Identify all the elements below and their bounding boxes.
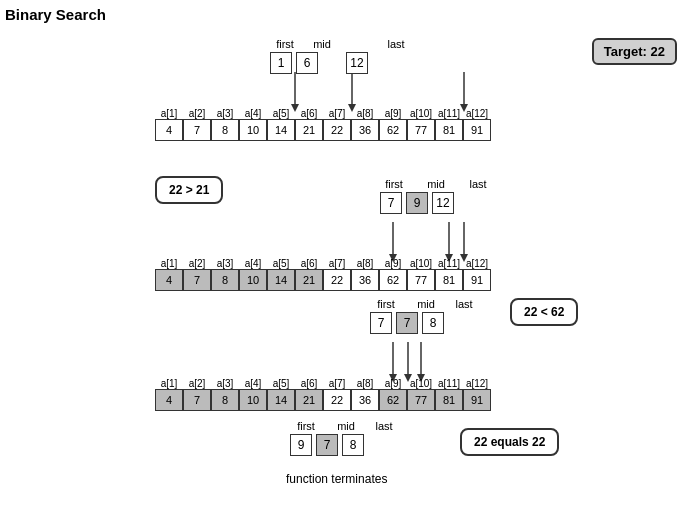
cell-2-4: 10 <box>239 269 267 291</box>
step2-first-label: first <box>380 178 408 190</box>
cell-1-2: 7 <box>183 119 211 141</box>
step1-labels: first mid last <box>270 38 410 50</box>
cell-2-10: 77 <box>407 269 435 291</box>
step4-mid-label: mid <box>332 420 360 432</box>
cell-1-4: 10 <box>239 119 267 141</box>
step3-last-label: last <box>450 298 478 310</box>
cell-3-2: 7 <box>183 389 211 411</box>
step3-last-box: 8 <box>422 312 444 334</box>
cell-2-12: 91 <box>463 269 491 291</box>
cell-1-3: 8 <box>211 119 239 141</box>
cmp-box-1: 22 > 21 <box>155 176 223 204</box>
step2-labels: first mid last <box>380 178 492 190</box>
step1-last-label: last <box>382 38 410 50</box>
cell-2-5: 14 <box>267 269 295 291</box>
cell-2-7: 22 <box>323 269 351 291</box>
array-cells-3: 4 7 8 10 14 21 22 36 62 77 81 91 <box>155 389 491 411</box>
cmp-box-3: 22 equals 22 <box>460 428 559 456</box>
cell-3-9: 62 <box>379 389 407 411</box>
step3-first-label: first <box>370 298 402 310</box>
array-indices-1: a[1] a[2] a[3] a[4] a[5] a[6] a[7] a[8] … <box>155 108 491 119</box>
cell-3-8: 36 <box>351 389 379 411</box>
step4-first-label: first <box>290 420 322 432</box>
array-cells-2: 4 7 8 10 14 21 22 36 62 77 81 91 <box>155 269 491 291</box>
cell-1-11: 81 <box>435 119 463 141</box>
target-box: Target: 22 <box>592 38 677 65</box>
step3-first-box: 7 <box>370 312 392 334</box>
cell-2-2: 7 <box>183 269 211 291</box>
array-indices-3: a[1] a[2] a[3] a[4] a[5] a[6] a[7] a[8] … <box>155 378 491 389</box>
step2-fml-boxes: 7 9 12 <box>380 192 454 214</box>
step1-mid-label: mid <box>310 38 334 50</box>
cell-3-6: 21 <box>295 389 323 411</box>
step4-last-box: 8 <box>342 434 364 456</box>
cell-3-10: 77 <box>407 389 435 411</box>
cell-2-6: 21 <box>295 269 323 291</box>
cell-2-11: 81 <box>435 269 463 291</box>
array-indices-2: a[1] a[2] a[3] a[4] a[5] a[6] a[7] a[8] … <box>155 258 491 269</box>
page-title: Binary Search <box>5 6 106 23</box>
cell-1-7: 22 <box>323 119 351 141</box>
function-terminates-label: function terminates <box>286 472 387 486</box>
step2-last-label: last <box>464 178 492 190</box>
step1-first-box: 1 <box>270 52 292 74</box>
cell-1-10: 77 <box>407 119 435 141</box>
step4-labels: first mid last <box>290 420 398 432</box>
step1-last-box: 12 <box>346 52 368 74</box>
step1-mid-box: 6 <box>296 52 318 74</box>
step3-labels: first mid last <box>370 298 478 310</box>
cell-1-9: 62 <box>379 119 407 141</box>
step4-fml-boxes: 9 7 8 <box>290 434 364 456</box>
cell-2-9: 62 <box>379 269 407 291</box>
step4-last-label: last <box>370 420 398 432</box>
cell-3-4: 10 <box>239 389 267 411</box>
cell-2-3: 8 <box>211 269 239 291</box>
step2-last-box: 12 <box>432 192 454 214</box>
cell-1-1: 4 <box>155 119 183 141</box>
step2-mid-label: mid <box>422 178 450 190</box>
cmp-box-2: 22 < 62 <box>510 298 578 326</box>
step2-mid-box: 9 <box>406 192 428 214</box>
cell-3-1: 4 <box>155 389 183 411</box>
cell-1-6: 21 <box>295 119 323 141</box>
step1-first-label: first <box>270 38 300 50</box>
step4-first-box: 9 <box>290 434 312 456</box>
array-row-3: a[1] a[2] a[3] a[4] a[5] a[6] a[7] a[8] … <box>155 378 491 411</box>
step3-mid-label: mid <box>412 298 440 310</box>
cell-1-8: 36 <box>351 119 379 141</box>
step3-mid-box: 7 <box>396 312 418 334</box>
cell-3-3: 8 <box>211 389 239 411</box>
step2-first-box: 7 <box>380 192 402 214</box>
cell-2-8: 36 <box>351 269 379 291</box>
cell-1-12: 91 <box>463 119 491 141</box>
step1-fml-boxes: 1 6 12 <box>270 52 368 74</box>
step3-fml-boxes: 7 7 8 <box>370 312 444 334</box>
array-row-1: a[1] a[2] a[3] a[4] a[5] a[6] a[7] a[8] … <box>155 108 491 141</box>
cell-2-1: 4 <box>155 269 183 291</box>
cell-3-7: 22 <box>323 389 351 411</box>
array-cells-1: 4 7 8 10 14 21 22 36 62 77 81 91 <box>155 119 491 141</box>
cell-3-11: 81 <box>435 389 463 411</box>
step4-mid-box: 7 <box>316 434 338 456</box>
array-row-2: a[1] a[2] a[3] a[4] a[5] a[6] a[7] a[8] … <box>155 258 491 291</box>
cell-3-12: 91 <box>463 389 491 411</box>
cell-3-5: 14 <box>267 389 295 411</box>
cell-1-5: 14 <box>267 119 295 141</box>
